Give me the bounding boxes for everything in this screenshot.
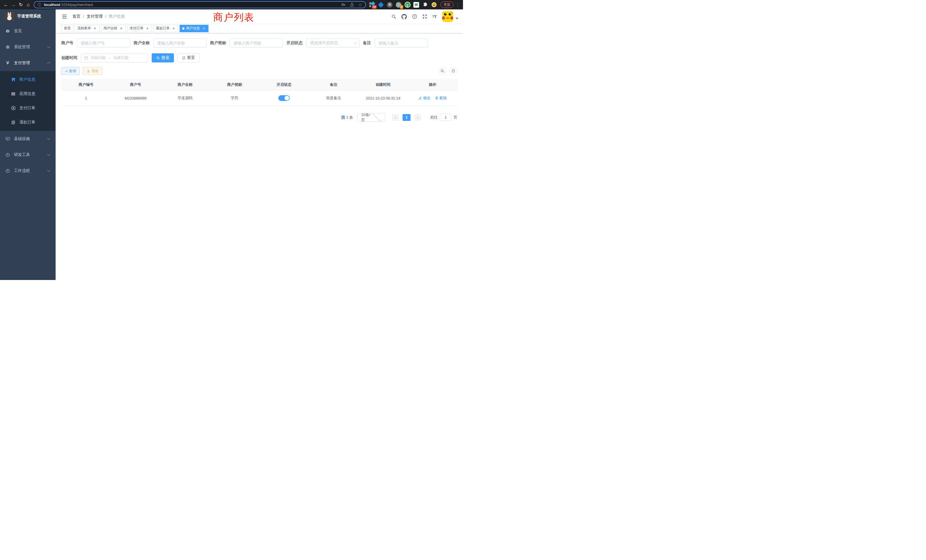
extension-yuque-icon[interactable]: y	[404, 2, 410, 8]
tab-refund-order[interactable]: 退款订单 ×	[153, 25, 178, 32]
tab-pay-order[interactable]: 支付订单 ×	[127, 25, 152, 32]
cell-merchant-id: 1	[61, 90, 111, 106]
help-icon[interactable]: ?	[409, 12, 420, 21]
tab-home[interactable]: 首页	[61, 25, 73, 32]
sidebar-item-devtools[interactable]: 研发工具	[0, 147, 56, 163]
share-icon[interactable]	[350, 3, 354, 7]
next-page-button[interactable]: ›	[414, 114, 421, 121]
close-icon[interactable]: ×	[93, 27, 97, 30]
toggle-search-button[interactable]	[439, 67, 446, 75]
bookmark-star-icon[interactable]: ☆	[359, 2, 362, 8]
sidebar-item-app-info[interactable]: 应用信息	[0, 87, 56, 101]
sidebar-logo-row[interactable]: 芋道管理系统	[0, 9, 56, 23]
close-icon[interactable]: ×	[202, 27, 206, 30]
tags-view-bar: 首页 流程表单 × 用户分组 × 支付订单 × 退款订单 × 商户信息 ×	[56, 24, 463, 33]
close-icon[interactable]: ×	[119, 27, 123, 30]
user-avatar[interactable]	[442, 11, 453, 22]
chevron-down-icon	[354, 41, 357, 44]
sidebar-item-label: 研发工具	[14, 152, 48, 157]
address-bar[interactable]: ⓘ localhost:1024/pay/merchant ☆	[34, 1, 366, 8]
sidebar-item-infra[interactable]: 基础设施	[0, 131, 56, 147]
col-full-name: 商户全称	[160, 79, 210, 90]
breadcrumb: 首页 / 支付管理 / 商户信息	[73, 14, 125, 19]
cell-status	[259, 90, 309, 106]
breadcrumb-home[interactable]: 首页	[73, 14, 80, 19]
create-time-range-picker[interactable]: 开始日期 - 结束日期	[81, 53, 148, 62]
extension-chat-icon[interactable]	[413, 2, 419, 8]
chevron-up-icon	[47, 62, 50, 65]
prev-page-button[interactable]: ‹	[392, 114, 399, 121]
password-key-icon[interactable]	[341, 3, 345, 7]
cell-remark: 我是备注	[309, 90, 359, 106]
table-row: 1 M233666999 芋道源码 芋艿 我是备注 2021-10-23 08:…	[61, 90, 457, 106]
top-navbar: 首页 / 支付管理 / 商户信息	[56, 9, 463, 24]
sidebar: 芋道管理系统 首页 系统	[0, 9, 56, 280]
full-name-input[interactable]	[153, 38, 207, 48]
short-name-input[interactable]	[230, 38, 283, 48]
avatar-caret-icon[interactable]	[455, 18, 458, 20]
chevron-down-icon	[47, 153, 50, 156]
sidebar-item-refund-order[interactable]: 退款订单	[0, 115, 56, 129]
sidebar-item-merchant-info[interactable]: 商户信息	[0, 73, 56, 87]
export-button[interactable]: 导出	[83, 67, 102, 75]
sidebar-item-label: 应用信息	[20, 91, 35, 96]
sidebar-item-workflow[interactable]: 工作流程	[0, 163, 56, 179]
app-logo	[5, 12, 14, 21]
extension-grid-icon[interactable]: 10	[369, 2, 375, 8]
chevron-down-icon	[47, 168, 50, 172]
sidebar-toggle-icon[interactable]	[60, 12, 69, 21]
sidebar-item-pay[interactable]: ¥ 支付管理	[0, 55, 56, 71]
tab-merchant-info[interactable]: 商户信息 ×	[180, 25, 209, 32]
sidebar-item-label: 首页	[14, 29, 52, 34]
tab-process-form[interactable]: 流程表单 ×	[75, 25, 100, 32]
delete-link[interactable]: 删除	[435, 95, 447, 101]
documents-icon	[11, 120, 16, 125]
col-create-time: 创建时间	[359, 79, 408, 90]
tab-user-group[interactable]: 用户分组 ×	[101, 25, 126, 32]
browser-reload-icon[interactable]: ↻	[17, 1, 24, 9]
table-header-row: 商户编号 商户号 商户全称 商户简称 开启状态 备注 创建时间 操作	[61, 79, 457, 90]
font-size-icon[interactable]: TT	[430, 12, 439, 21]
browser-menu-icon[interactable]: ⋮	[455, 2, 461, 8]
sidebar-item-home[interactable]: 首页	[0, 23, 56, 39]
col-merchant-id: 商户编号	[61, 79, 111, 90]
browser-forward-icon[interactable]: →	[10, 1, 17, 9]
extensions-puzzle-icon[interactable]	[422, 2, 428, 8]
goto-page-input[interactable]	[440, 114, 451, 121]
trash-icon	[435, 96, 439, 100]
close-icon[interactable]: ×	[172, 27, 176, 30]
header-search-icon[interactable]	[389, 12, 399, 21]
remark-label: 备注	[363, 41, 371, 45]
fullscreen-icon[interactable]	[420, 12, 430, 21]
current-page-button[interactable]: 1	[402, 114, 410, 121]
chrome-update-button[interactable]: 更新	[440, 2, 454, 8]
col-actions: 操作	[408, 79, 457, 90]
extension-command-icon[interactable]: ⌘	[387, 2, 393, 8]
merchant-no-input[interactable]	[77, 38, 130, 48]
page-content: 商户号 商户全称 商户简称 开启状态 请选择开启状态	[56, 33, 463, 280]
add-button[interactable]: + 新增	[61, 67, 80, 75]
sidebar-item-pay-order[interactable]: 支付订单	[0, 101, 56, 115]
status-toggle[interactable]	[278, 95, 290, 101]
pay-submenu: 商户信息 应用信息	[0, 71, 56, 131]
search-button[interactable]: 搜索	[152, 53, 174, 62]
create-time-label: 创建时间	[61, 55, 77, 61]
profile-emoji-icon[interactable]	[431, 2, 437, 8]
extension-diamond-icon[interactable]	[378, 2, 384, 8]
site-info-icon[interactable]: ⓘ	[38, 2, 41, 8]
extension-notification-icon[interactable]: 1	[395, 2, 402, 8]
page-size-select[interactable]: 10条/页	[357, 114, 385, 121]
refresh-table-button[interactable]	[449, 67, 457, 75]
reset-button[interactable]: 重置	[177, 53, 200, 62]
status-select[interactable]: 请选择开启状态	[306, 38, 360, 48]
breadcrumb-pay[interactable]: 支付管理	[87, 14, 103, 19]
close-icon[interactable]: ×	[145, 27, 150, 30]
sidebar-item-system[interactable]: 系统管理	[0, 39, 56, 55]
github-icon[interactable]	[399, 12, 409, 21]
cell-actions: 修改 删除	[408, 90, 457, 106]
edit-link[interactable]: 修改	[418, 95, 430, 101]
browser-home-icon[interactable]: ⌂	[24, 1, 32, 9]
remark-input[interactable]	[375, 38, 428, 48]
merchant-table: 商户编号 商户号 商户全称 商户简称 开启状态 备注 创建时间 操作 1 M23…	[61, 79, 457, 106]
browser-back-icon[interactable]: ←	[2, 1, 10, 9]
